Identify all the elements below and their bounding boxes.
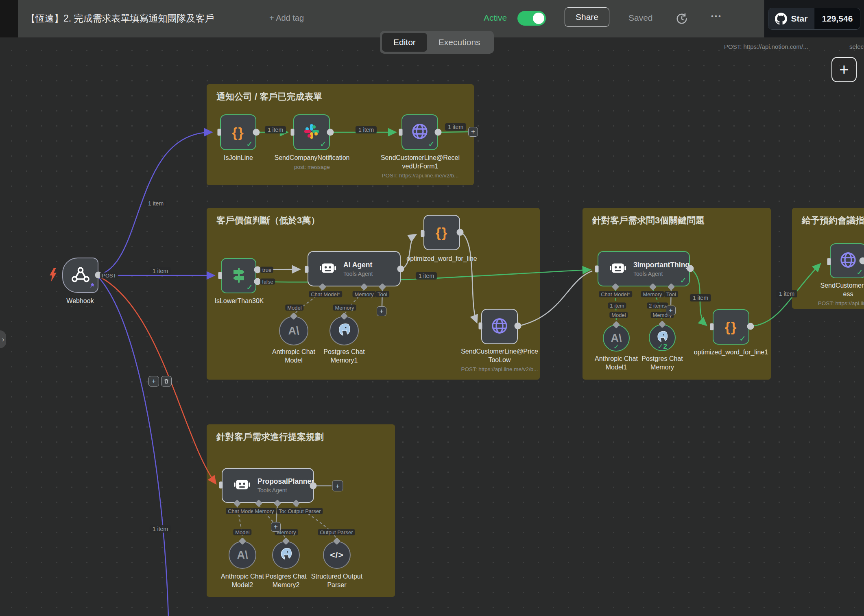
node-sendcustomerline-ess[interactable]: ✓: [830, 243, 864, 278]
input-port[interactable]: [219, 482, 223, 489]
node-label: Postgres Chat Memory1: [315, 348, 374, 365]
input-port[interactable]: [421, 230, 425, 237]
output-port[interactable]: [397, 266, 404, 273]
node-sendcompanynotification[interactable]: ✓: [293, 114, 330, 150]
active-toggle[interactable]: [517, 11, 546, 26]
input-port[interactable]: [399, 129, 403, 136]
add-node-inline-button[interactable]: +: [332, 481, 343, 491]
node-proposalplanner[interactable]: ProposalPlanner Tools Agent: [222, 468, 314, 503]
input-port[interactable]: [291, 129, 295, 136]
node-sendcustomerline-pricetoolow[interactable]: [481, 309, 518, 344]
add-node-inline-button[interactable]: +: [148, 376, 159, 387]
input-port[interactable]: [595, 266, 599, 273]
output-port[interactable]: [457, 229, 464, 236]
node-title: ProposalPlanner: [257, 477, 314, 486]
tab-editor[interactable]: Editor: [382, 33, 427, 52]
connector-label: Chat Model*: [309, 291, 342, 297]
more-menu-icon[interactable]: •••: [711, 12, 722, 20]
success-check-icon: ✓: [739, 334, 746, 343]
star-count: 129,546: [814, 8, 860, 29]
output-port[interactable]: [747, 323, 754, 330]
items-count-chip: 1 item: [356, 126, 377, 133]
endpoint-label: Model: [285, 305, 303, 311]
output-port[interactable]: [687, 265, 694, 272]
node-structured-output-parser[interactable]: </>: [323, 541, 351, 569]
node-anthropic-chat-model1[interactable]: A\ ✓: [603, 325, 630, 352]
items-count-chip: 1 item: [608, 303, 626, 309]
node-postgres-chat-memory2[interactable]: [272, 541, 300, 569]
node-label: Structured Output Parser: [302, 572, 371, 590]
add-node-button[interactable]: +: [831, 57, 857, 82]
output-port[interactable]: [515, 323, 521, 330]
add-tool-button[interactable]: +: [271, 522, 281, 532]
code-parser-icon: </>: [330, 550, 343, 560]
connector-label: Memory: [353, 291, 376, 297]
connector-label: Chat Mode: [226, 508, 256, 514]
output-port[interactable]: [435, 129, 442, 136]
slack-icon: [303, 123, 320, 142]
node-label: SendCustomerLine ess POST: https://api.l…: [793, 282, 864, 307]
node-label: optimized_word_for_line: [393, 255, 491, 263]
output-port[interactable]: [253, 129, 260, 136]
connector-label: Tool: [664, 291, 678, 297]
node-optimized-word-for-line1[interactable]: {} ✓: [713, 309, 749, 345]
connections: [0, 0, 864, 616]
delete-connection-button[interactable]: [161, 376, 172, 387]
items-count-chip: 1 item: [150, 525, 171, 533]
node-isjoinline[interactable]: {} ✓: [220, 114, 256, 150]
pin-icon: [89, 282, 95, 290]
output-port[interactable]: [327, 129, 334, 136]
endpoint-label: Memory: [333, 305, 356, 311]
node-anthropic-chat-model2[interactable]: A\: [229, 541, 256, 569]
node-label: SendCompanyNotification post: message: [263, 154, 361, 170]
toggle-knob: [533, 13, 544, 24]
node-sendcustomerline-receivedurform1[interactable]: ✓: [401, 114, 438, 150]
input-port[interactable]: [827, 258, 831, 265]
items-count-chip: 2 items: [647, 303, 668, 309]
select-hint: select: [849, 43, 864, 50]
input-port[interactable]: [305, 266, 309, 273]
node-ai-agent[interactable]: AI Agent Tools Agent: [308, 251, 401, 286]
webhook-icon: [71, 266, 90, 285]
input-port[interactable]: [710, 323, 714, 330]
view-tabs: Editor Executions: [380, 31, 494, 54]
success-check-icon: ✓: [856, 267, 863, 277]
connector-label: Memory: [253, 508, 276, 514]
workflow-title[interactable]: 【恆遠】2. 完成需求表單填寫通知團隊及客戶: [26, 12, 214, 25]
node-label: IsJoinLine: [208, 154, 269, 162]
anthropic-icon: A\: [237, 549, 248, 561]
add-tag-button[interactable]: + Add tag: [269, 13, 304, 23]
saved-status: Saved: [628, 13, 653, 23]
items-count-chip: 1 item: [265, 126, 286, 133]
github-icon: [775, 13, 787, 25]
globe-icon: [490, 317, 509, 337]
input-port[interactable]: [218, 272, 222, 279]
webhook-method-label: POST: [100, 273, 118, 279]
node-webhook[interactable]: [62, 258, 98, 293]
endpoint-label: Model: [609, 312, 628, 318]
node-title: AI Agent: [343, 261, 373, 269]
node-islowerthan30k[interactable]: ✓: [221, 258, 256, 293]
add-node-inline-button[interactable]: +: [468, 127, 478, 137]
github-star-button[interactable]: Star 129,546: [768, 8, 861, 30]
tab-executions[interactable]: Executions: [427, 33, 492, 52]
input-port[interactable]: [218, 129, 221, 136]
success-check-icon: ✓: [320, 139, 327, 149]
share-button[interactable]: Share: [565, 7, 609, 27]
node-optimized-word-for-line[interactable]: {}: [423, 215, 460, 250]
code-icon: {}: [725, 319, 737, 335]
node-anthropic-chat-model[interactable]: A\: [279, 316, 308, 345]
robot-icon: [610, 261, 626, 277]
add-tool-button[interactable]: +: [666, 306, 676, 315]
globe-icon: [410, 122, 429, 142]
node-postgres-chat-memory[interactable]: ✓2: [649, 324, 676, 351]
connector-label: Chat Model*: [599, 291, 632, 297]
history-icon[interactable]: [675, 12, 688, 27]
input-port[interactable]: [479, 323, 482, 330]
robot-icon: [320, 261, 336, 277]
output-port[interactable]: [860, 258, 864, 264]
add-tool-button[interactable]: +: [377, 306, 386, 316]
node-postgres-chat-memory1[interactable]: [329, 316, 359, 345]
node-3importantthing[interactable]: 3ImportantThing Tools Agent ✓: [598, 251, 690, 286]
output-port[interactable]: [310, 483, 317, 489]
